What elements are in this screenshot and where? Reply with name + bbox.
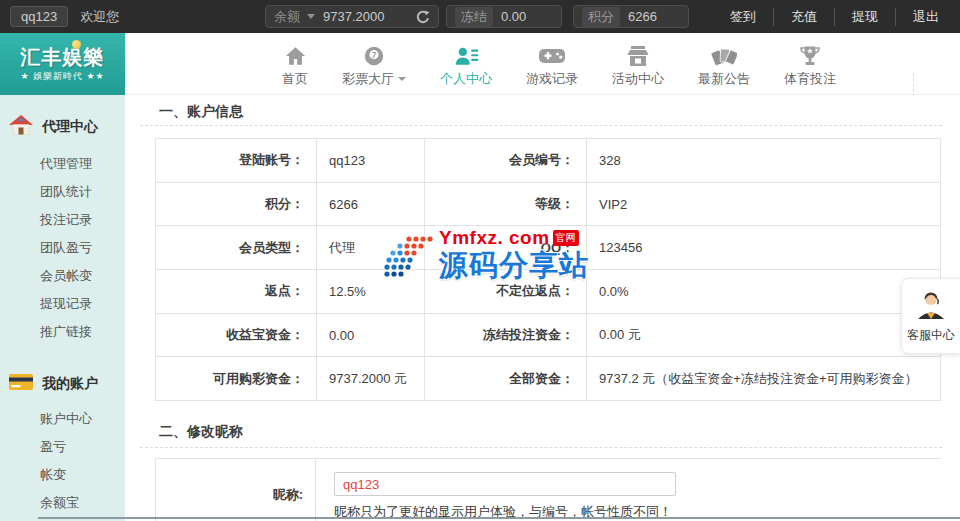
table-value: 123456 — [587, 226, 940, 269]
nav-item-home[interactable]: 首页 — [265, 41, 325, 88]
table-label: 不定位返点： — [425, 270, 586, 313]
coin-icon — [72, 40, 81, 49]
nav-label: 首页 — [282, 70, 308, 88]
divider — [140, 125, 942, 126]
table-value: 0.0% — [587, 270, 940, 313]
account-info-title: 一、账户信息 — [159, 103, 243, 121]
logo-title: 汇丰娱樂 — [21, 46, 105, 68]
nav-item-sports-betting[interactable]: 体育投注 — [767, 41, 853, 88]
house-icon — [8, 113, 34, 141]
nickname-input[interactable] — [334, 472, 676, 496]
topbar: qq123 欢迎您 余额 9737.2000 冻结 0.00 积分 6266 签… — [0, 0, 960, 33]
home-icon — [284, 41, 307, 67]
nav-item-personal-center[interactable]: 个人中心 — [423, 41, 509, 88]
nav-label-with-dropdown: 彩票大厅 — [342, 70, 406, 88]
sidebar-item-bet-records[interactable]: 投注记录 — [0, 206, 125, 234]
nickname-field-cell: 昵称只为了更好的显示用户体验，与编号，帐号性质不同！ — [316, 459, 941, 521]
frozen-label: 冻结 — [455, 7, 493, 27]
table-value: 0.00 — [317, 314, 424, 357]
sidebar-item-promo-link[interactable]: 推广链接 — [0, 318, 125, 346]
table-value: VIP2 — [587, 183, 940, 226]
table-label: 冻结投注资金： — [425, 314, 586, 357]
sidebar-item-yuebao[interactable]: 余额宝 — [0, 489, 125, 517]
table-value: 9737.2 元（收益宝资金+冻结投注资金+可用购彩资金） — [587, 357, 940, 400]
user-profile-icon — [454, 41, 479, 67]
main-content: 一、账户信息 登陆账号： qq123 会员编号： 328 积分： 6266 等级… — [125, 95, 960, 521]
nav-label: 游戏记录 — [526, 70, 578, 88]
sidebar-item-pnl[interactable]: 盈亏 — [0, 433, 125, 461]
caret-down-icon — [398, 77, 406, 81]
frozen-value: 0.00 — [501, 9, 526, 24]
checkin-button[interactable]: 签到 — [713, 8, 773, 26]
nav-item-announcements[interactable]: 最新公告 — [681, 41, 767, 88]
table-label: 等级： — [425, 183, 586, 226]
table-label: 返点： — [156, 270, 316, 313]
sidebar-item-team-stats[interactable]: 团队统计 — [0, 178, 125, 206]
caret-down-icon[interactable] — [307, 14, 315, 19]
main-nav: 首页 7 彩票大厅 — [265, 33, 853, 95]
table-label: 登陆账号： — [156, 139, 316, 182]
sidebar-item-agent-manage[interactable]: 代理管理 — [0, 150, 125, 178]
nickname-label: 昵称: — [156, 459, 315, 521]
welcome-text: 欢迎您 — [80, 8, 119, 26]
customer-service-label: 客服中心 — [902, 327, 960, 344]
footer-divider — [38, 517, 960, 519]
divider — [140, 447, 942, 448]
sidebar-item-team-pnl[interactable]: 团队盈亏 — [0, 234, 125, 262]
bank-card-icon — [8, 372, 34, 396]
table-value: 0.00 元 — [587, 314, 940, 357]
table-value: 12.5% — [317, 270, 424, 313]
topbar-links: 签到 充值 提现 退出 — [713, 8, 956, 26]
trophy-icon — [799, 41, 821, 67]
refresh-icon[interactable] — [416, 10, 430, 24]
lottery-ball-icon: 7 — [363, 41, 385, 67]
table-label: 会员类型： — [156, 226, 316, 269]
balance-value: 9737.2000 — [323, 9, 384, 24]
logo-subtitle: ★ 娛樂新時代 ★★ — [20, 70, 104, 83]
frozen-box: 冻结 0.00 — [446, 5, 562, 28]
nav-item-game-records[interactable]: 游戏记录 — [509, 41, 595, 88]
deposit-button[interactable]: 充值 — [774, 8, 834, 26]
table-value: qq123 — [317, 139, 424, 182]
table-label: QQ： — [425, 226, 586, 269]
table-value: 328 — [587, 139, 940, 182]
nav-label: 个人中心 — [440, 70, 492, 88]
header: 汇丰娱樂 ★ 娛樂新時代 ★★ 首页 7 彩票大厅 — [0, 33, 960, 95]
nav-item-lottery-hall[interactable]: 7 彩票大厅 — [325, 41, 423, 88]
table-label: 全部资金： — [425, 357, 586, 400]
nav-label: 活动中心 — [612, 70, 664, 88]
sidebar-section-my-account[interactable]: 我的账户 — [0, 372, 125, 396]
sidebar: 代理中心 代理管理 团队统计 投注记录 团队盈亏 会员帐变 提现记录 推广链接 … — [0, 95, 125, 521]
account-info-table: 登陆账号： qq123 会员编号： 328 积分： 6266 等级： VIP2 … — [155, 138, 941, 401]
table-label: 收益宝资金： — [156, 314, 316, 357]
withdraw-button[interactable]: 提现 — [835, 8, 895, 26]
table-value: 9737.2000 元 — [317, 357, 424, 400]
logout-button[interactable]: 退出 — [896, 8, 956, 26]
sidebar-item-account-changes[interactable]: 帐变 — [0, 461, 125, 489]
points-box: 积分 6266 — [573, 5, 689, 28]
sidebar-section-title: 我的账户 — [42, 375, 98, 393]
username-chip[interactable]: qq123 — [10, 6, 68, 27]
table-label: 会员编号： — [425, 139, 586, 182]
customer-service-widget[interactable]: 客服中心 — [901, 278, 960, 354]
sidebar-section-agent-center[interactable]: 代理中心 — [0, 113, 125, 141]
site-logo[interactable]: 汇丰娱樂 ★ 娛樂新時代 ★★ — [0, 33, 125, 95]
sidebar-item-account-center[interactable]: 账户中心 — [0, 405, 125, 433]
sidebar-section-title: 代理中心 — [42, 118, 98, 136]
nav-label: 最新公告 — [698, 70, 750, 88]
sidebar-item-member-changes[interactable]: 会员帐变 — [0, 262, 125, 290]
nav-item-activity-center[interactable]: 活动中心 — [595, 41, 681, 88]
table-value: 6266 — [317, 183, 424, 226]
svg-text:7: 7 — [372, 51, 377, 60]
balance-box[interactable]: 余额 9737.2000 — [265, 5, 439, 28]
sidebar-item-withdraw-records[interactable]: 提现记录 — [0, 290, 125, 318]
customer-service-avatar-icon — [916, 305, 946, 322]
activity-shop-icon — [626, 41, 650, 67]
nickname-section-title: 二、修改昵称 — [159, 423, 243, 441]
table-label: 积分： — [156, 183, 316, 226]
table-value: 代理 — [317, 226, 424, 269]
announcement-cards-icon — [711, 41, 737, 67]
points-label: 积分 — [582, 7, 620, 27]
nav-label: 体育投注 — [784, 70, 836, 88]
spacer — [0, 346, 125, 372]
